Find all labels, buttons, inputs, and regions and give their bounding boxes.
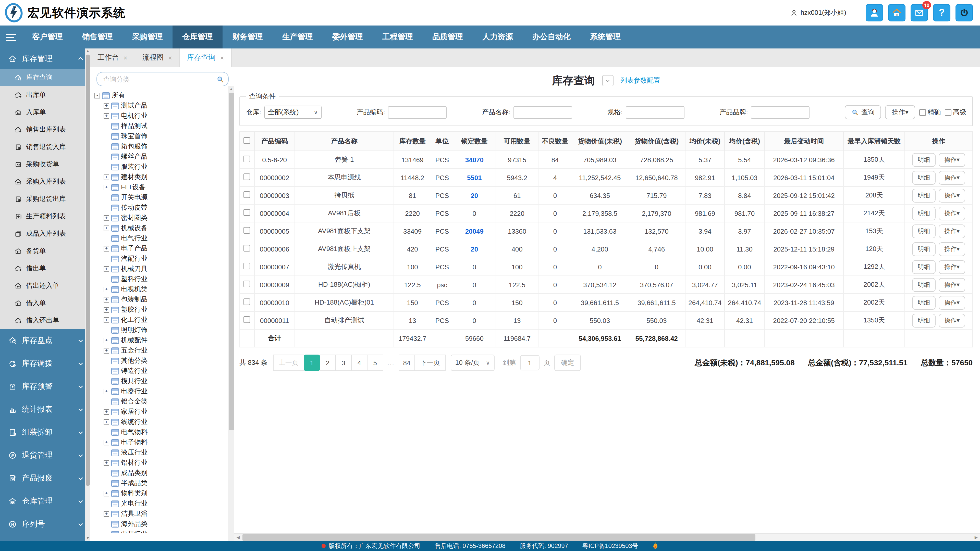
tree-item[interactable]: 液压行业 [94,448,234,457]
sidebar-item[interactable]: 库存查询 [0,69,90,86]
sidebar-scrollbar[interactable]: ▲ ▼ [85,48,90,541]
power-button[interactable] [956,4,973,21]
tree-expand-icon[interactable]: + [103,113,109,119]
tree-item[interactable]: + 洁具卫浴 [94,509,234,519]
tree-item[interactable]: 样品测试 [94,121,234,131]
row-checkbox[interactable] [244,173,250,180]
tree-item[interactable]: 传动皮带 [94,203,234,213]
tree-item[interactable]: 铝合金类 [94,396,234,407]
sidebar-group[interactable]: 组装拆卸 [0,421,90,444]
exact-checkbox-label[interactable]: 精确 [919,108,941,117]
warehouse-select[interactable]: 全部(系统) ∨ [264,106,321,119]
product-name-input[interactable] [514,106,572,119]
tree-item[interactable]: 汽配行业 [94,254,234,264]
tab-close-icon[interactable]: × [168,54,172,62]
nav-item[interactable]: 生产管理 [272,25,323,48]
page-button[interactable]: 2 [320,354,336,371]
row-action-button[interactable]: 操作▾ [939,313,965,327]
tree-expand-icon[interactable]: + [103,460,109,465]
tree-expand-icon[interactable]: + [103,317,109,323]
sidebar-item[interactable]: 出库单 [0,86,90,103]
nav-item[interactable]: 委外管理 [323,25,372,48]
sidebar-group[interactable]: 库存预警 [0,375,90,398]
tree-expand-icon[interactable]: + [103,266,109,272]
sidebar-group-inventory[interactable]: 库存管理 [0,48,90,69]
page-button[interactable]: ... [383,354,399,371]
row-action-button[interactable]: 操作▾ [939,153,965,167]
sidebar-item[interactable]: 借入还出单 [0,312,90,329]
exact-checkbox[interactable] [919,109,926,116]
title-dropdown-button[interactable] [602,75,613,86]
detail-button[interactable]: 明细 [912,224,935,238]
tab-close-icon[interactable]: × [124,54,127,62]
tab-close-icon[interactable]: × [220,54,224,62]
detail-button[interactable]: 明细 [912,278,935,292]
tree-item[interactable]: 照明灯饰 [94,325,234,335]
row-action-button[interactable]: 操作▾ [939,242,965,256]
sidebar-item[interactable]: 生产领料列表 [0,208,90,225]
detail-button[interactable]: 明细 [912,206,935,220]
scroll-up-icon[interactable]: ▲ [85,48,90,54]
tree-item[interactable]: + 铝材行业 [94,457,234,468]
nav-item[interactable]: 客户管理 [22,25,73,48]
tree-scrollbar[interactable]: ▲ ▼ [228,86,234,541]
sidebar-group[interactable]: 产品报废 [0,467,90,490]
tree-item[interactable]: + 建材类别 [94,172,234,182]
tree-expand-icon[interactable]: + [103,419,109,425]
goto-confirm-button[interactable]: 确定 [554,354,581,371]
row-checkbox[interactable] [244,281,250,287]
tree-item[interactable]: + 五金行业 [94,345,234,356]
tree-item[interactable]: + 电子物料 [94,437,234,448]
sidebar-group[interactable]: 统计报表 [0,398,90,421]
scroll-up-icon[interactable]: ▲ [228,86,234,92]
tree-item[interactable]: + 测试产品 [94,100,234,111]
row-checkbox[interactable] [244,316,250,323]
tree-expand-icon[interactable]: + [103,338,109,343]
tree-collapse-icon[interactable]: - [94,93,100,98]
tree-item[interactable]: 电气行业 [94,233,234,243]
spec-input[interactable] [625,106,684,119]
tree-item[interactable]: 模具行业 [94,376,234,386]
sidebar-item[interactable]: 借出单 [0,260,90,277]
tree-item[interactable]: 其他分类 [94,356,234,366]
row-action-button[interactable]: 操作▾ [939,171,965,184]
cell-locked-qty[interactable]: 20 [453,186,496,204]
row-action-button[interactable]: 操作▾ [939,278,965,292]
scroll-down-icon[interactable]: ▼ [85,536,90,541]
nav-item[interactable]: 仓库管理 [172,25,223,48]
tree-expand-icon[interactable]: + [103,174,109,180]
cell-locked-qty[interactable]: 0 [453,276,496,294]
tree-item[interactable]: + 化工行业 [94,315,234,325]
sidebar-item[interactable]: 采购入库列表 [0,173,90,190]
row-action-button[interactable]: 操作▾ [939,189,965,202]
tree-expand-icon[interactable]: + [103,409,109,414]
row-checkbox[interactable] [244,227,250,233]
nav-item[interactable]: 财务管理 [223,25,272,48]
tree-item[interactable]: 电气物料 [94,427,234,437]
sidebar-item[interactable]: 采购退货出库 [0,190,90,208]
advanced-checkbox[interactable] [945,109,951,116]
tree-item[interactable]: + 密封圈类 [94,213,234,223]
detail-button[interactable]: 明细 [912,260,935,274]
sidebar-item[interactable]: 销售出库列表 [0,121,90,138]
tree-item[interactable]: + 家居行业 [94,407,234,417]
cell-locked-qty[interactable]: 0 [453,204,496,222]
tree-expand-icon[interactable]: + [103,389,109,394]
tree-item[interactable]: + 机械刀具 [94,264,234,274]
scrollbar-thumb[interactable] [242,534,756,541]
tree-item[interactable]: + 线缆行业 [94,417,234,427]
row-action-button[interactable]: 操作▾ [939,206,965,220]
tree-expand-icon[interactable]: + [103,440,109,445]
nav-item[interactable]: 采购管理 [123,25,172,48]
sidebar-group[interactable]: 序列号 [0,513,90,536]
sidebar-group[interactable]: 库存调拨 [0,352,90,375]
row-checkbox[interactable] [244,263,250,269]
tree-item[interactable]: 螺丝产品 [94,151,234,162]
tree-expand-icon[interactable]: + [103,491,109,496]
page-button[interactable]: 84 [399,354,415,371]
sidebar-item[interactable]: 采购收货单 [0,156,90,173]
home-button[interactable] [888,4,905,21]
sidebar-group[interactable]: 库存盘点 [0,329,90,352]
tree-item[interactable]: + 电视机类 [94,284,234,294]
tree-item[interactable]: 塑料行业 [94,274,234,284]
